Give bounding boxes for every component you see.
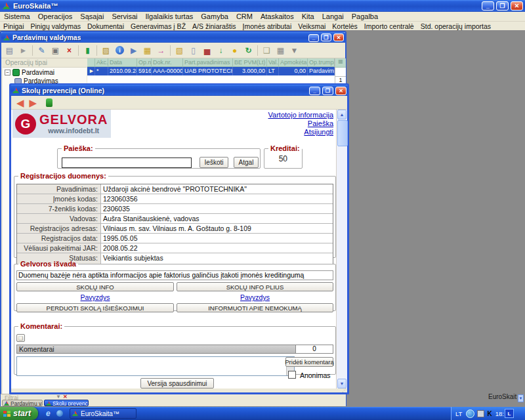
tool-imones-atributai[interactable]: Įmonės atributai [240, 22, 295, 30]
grid-header[interactable]: Part.pavadinimas [183, 58, 233, 67]
show-desktop-icon[interactable] [56, 410, 63, 417]
filter-clear-icon[interactable]: ✕ [63, 394, 68, 400]
print-doc-icon[interactable]: ▨ [100, 45, 112, 56]
sales-close-button[interactable]: ✕ [333, 33, 344, 41]
tab-debt-window[interactable]: Skolų prevencija [44, 400, 89, 406]
dialog-maximize-button[interactable]: ❐ [322, 87, 333, 95]
comment-textarea[interactable]: ▲ ▼ [16, 356, 295, 376]
back-button[interactable]: Atgal [234, 157, 259, 168]
dialog-close-button[interactable]: ✕ [335, 87, 346, 95]
filter-tool-icon[interactable]: ▼ [288, 45, 301, 56]
grid-cell[interactable]: AAA-0000001 [152, 67, 183, 75]
sales-maximize-button[interactable]: ❐ [321, 33, 331, 41]
grid-header[interactable]: Op.nr. [137, 58, 152, 67]
card-icon[interactable]: ▯ [187, 45, 200, 56]
menu-kita[interactable]: Kita [298, 12, 318, 20]
grid-header[interactable]: Apmokėta [279, 58, 308, 67]
search-button[interactable]: Ieškoti [200, 157, 228, 168]
grid-header[interactable]: Akc.? [95, 58, 108, 67]
document-icon[interactable]: ❑ [261, 45, 273, 56]
grid-cell[interactable]: 3.000,00 [233, 67, 267, 75]
task-button-euroskaita[interactable]: EuroSkaita™ [70, 408, 136, 419]
grid-cell[interactable]: UAB PROTOTECHNIKA [183, 67, 233, 75]
tool-generavimas[interactable]: Generavimas į BŽ [127, 22, 189, 30]
grid-cell[interactable]: 0,00 [279, 67, 308, 75]
grid-header[interactable]: Op.trumpa [308, 58, 335, 67]
tree-expander-icon[interactable]: − [5, 70, 10, 75]
note-icon[interactable]: ▦ [141, 45, 154, 56]
example-link-right[interactable]: Pavyzdys [177, 293, 333, 301]
tray-network-icon[interactable] [477, 410, 484, 417]
coins-icon[interactable]: ● [228, 45, 241, 56]
resize-grip[interactable]: ⋰ [342, 388, 346, 392]
tree-node-pardavimai[interactable]: − Pardavimai [3, 68, 87, 76]
ledger-icon[interactable]: ▮ [81, 45, 94, 56]
scroll-down-icon[interactable]: ▼ [337, 379, 346, 388]
grid-cell[interactable]: * [95, 67, 108, 75]
chart-icon[interactable]: ▅ [201, 45, 213, 56]
scrollbar-thumb[interactable] [337, 120, 348, 146]
grid-header[interactable]: Dok.nr. [152, 58, 183, 67]
tool-korteles[interactable]: Kortelės [329, 22, 361, 30]
search-input[interactable] [62, 158, 192, 168]
tool-dokumentai[interactable]: Dokumentai [84, 22, 127, 30]
tool-std-importas[interactable]: Std. operacijų importas [417, 22, 494, 30]
grid-header[interactable]: BE PVM(Lt) [233, 58, 267, 67]
tree-node-label[interactable]: Pardavimai [22, 69, 54, 76]
search-link[interactable]: Paieška [268, 119, 333, 128]
tab-sales-window[interactable]: Pardavimų valdymas [2, 400, 43, 406]
grid-cell[interactable]: LT [267, 67, 279, 75]
close-button[interactable]: ✕ [511, 1, 523, 10]
menu-pagalba[interactable]: Pagalba [348, 12, 382, 20]
menu-ilgalaikis-turtas[interactable]: Ilgalaikis turtas [142, 12, 198, 20]
language-indicator[interactable]: LT [455, 410, 462, 417]
dialog-scrollbar[interactable]: ▲ ▼ [336, 110, 347, 388]
menu-sasajai[interactable]: Sąsajai [76, 12, 108, 20]
grid-header[interactable]: Val. [267, 58, 279, 67]
debt-info-button[interactable]: SKOLŲ INFO [16, 282, 174, 291]
menu-sistema[interactable]: Sistema [0, 12, 34, 20]
calendar-icon[interactable]: ▧ [173, 45, 186, 56]
import-icon[interactable]: ↓ [215, 45, 227, 56]
nav-forward-icon[interactable]: ▶ [30, 98, 37, 108]
grid-cell[interactable]: Pardavimas [308, 67, 335, 75]
internet-explorer-icon[interactable]: e [46, 409, 51, 418]
export-icon[interactable]: → [155, 45, 167, 56]
edit-row-icon[interactable]: ✎ [35, 45, 48, 56]
printer-icon[interactable]: ▦ [274, 45, 287, 56]
tray-app-icon[interactable]: L [505, 409, 514, 418]
tool-pinigu-valdymas[interactable]: Pinigų valdymas [28, 22, 84, 30]
debt-info-plus-button[interactable]: SKOLŲ INFO PLIUS [177, 282, 333, 291]
delete-row-icon[interactable]: × [63, 45, 75, 56]
delivery-icon[interactable]: ▶ [127, 45, 140, 56]
print-version-button[interactable]: Versija spausdinimui [140, 378, 214, 388]
insolvency-button[interactable]: INFORMUOTI APIE NEMOKUMĄ [177, 303, 333, 312]
menu-operacijos[interactable]: Operacijos [34, 12, 77, 20]
send-icon[interactable]: ► [17, 45, 30, 56]
sales-minimize-button[interactable]: _ [308, 34, 319, 42]
scroll-up-icon[interactable]: ▲ [337, 110, 346, 119]
copy-row-icon[interactable]: ▣ [49, 45, 62, 56]
filter-funnel-icon[interactable]: ▼ [56, 394, 61, 400]
tool-pinigai[interactable]: Pinigai [0, 22, 28, 30]
parrot-icon[interactable] [46, 98, 52, 107]
minimize-button[interactable]: _ [482, 1, 494, 10]
tray-k-icon[interactable]: K [487, 410, 492, 417]
dialog-minimize-button[interactable]: _ [309, 87, 320, 95]
grid-corner-icon[interactable]: ▦ [335, 58, 346, 68]
grid-header[interactable]: Data [108, 58, 137, 67]
transfer-debt-button[interactable]: PERDUOTI SKOLĄ IŠIEŠKOJIMUI [16, 303, 174, 312]
start-button[interactable]: start [0, 407, 38, 420]
nav-back-icon[interactable]: ◀ [16, 98, 24, 108]
anonymous-checkbox[interactable] [288, 371, 296, 379]
refresh-icon[interactable]: ↻ [242, 45, 255, 56]
tool-as-ziniarastis[interactable]: A/S žiniaraštis [189, 22, 240, 30]
logout-link[interactable]: Atsijungti [268, 128, 333, 136]
menu-gamyba[interactable]: Gamyba [197, 12, 232, 20]
menu-langai[interactable]: Langai [318, 12, 348, 20]
example-link-left[interactable]: Pavyzdys [16, 293, 174, 301]
maximize-button[interactable]: ❐ [496, 1, 509, 10]
info-icon[interactable]: i [114, 45, 126, 56]
grid-cell[interactable]: 2010.09.28 [108, 67, 137, 75]
menu-servisai[interactable]: Servisai [108, 12, 141, 20]
